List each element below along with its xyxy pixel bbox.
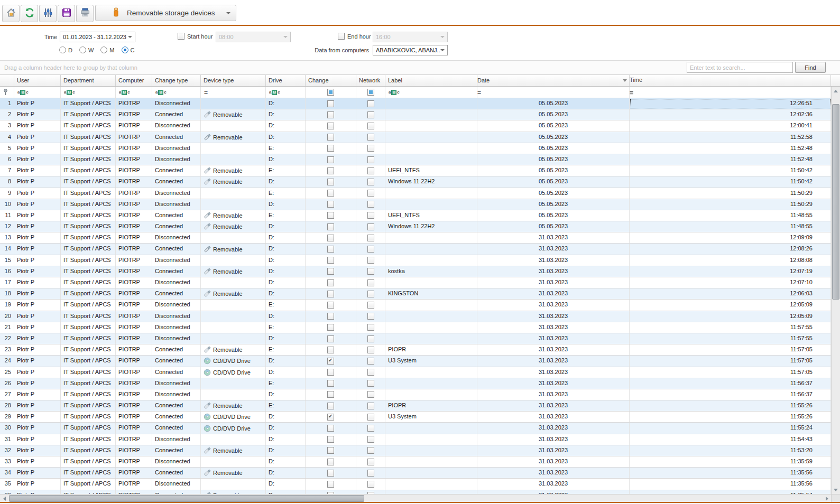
cell-department[interactable]: IT Support / APCS: [61, 490, 116, 494]
cell-change-type[interactable]: Disconnected: [152, 120, 201, 131]
cell-user[interactable]: Piotr P: [14, 199, 61, 210]
cell-department[interactable]: IT Support / APCS: [61, 445, 116, 456]
cell-network[interactable]: [356, 277, 385, 288]
cell-label[interactable]: [385, 255, 477, 266]
column-header-user[interactable]: User: [14, 75, 61, 86]
cell-network[interactable]: [356, 389, 385, 400]
column-header-indicator[interactable]: [0, 75, 14, 86]
cell-time[interactable]: 11:57:55: [630, 322, 831, 333]
cell-label[interactable]: UEFI_NTFS: [385, 165, 477, 176]
cell-device-type[interactable]: [201, 311, 266, 322]
cell-date[interactable]: 31.03.2023: [477, 232, 630, 243]
cell-change-type[interactable]: Connected: [152, 344, 201, 355]
cell-time[interactable]: 12:06:03: [630, 288, 831, 299]
cell-user[interactable]: Piotr P: [14, 176, 61, 187]
cell-label[interactable]: [385, 311, 477, 322]
cell-device-type[interactable]: [201, 255, 266, 266]
filter-cell-5[interactable]: =: [201, 87, 266, 98]
cell-change-type[interactable]: Disconnected: [152, 154, 201, 165]
cell-change-type[interactable]: Connected: [152, 367, 201, 378]
cell-device-type[interactable]: Removable: [201, 244, 266, 254]
cell-date[interactable]: 05.05.2023: [477, 143, 630, 154]
cell-department[interactable]: IT Support / APCS: [61, 210, 116, 221]
cell-drive[interactable]: E:: [266, 210, 306, 221]
checkbox[interactable]: [327, 459, 334, 465]
cell-department[interactable]: IT Support / APCS: [61, 311, 116, 322]
checkbox[interactable]: [327, 156, 334, 163]
cell-change[interactable]: [306, 244, 356, 254]
cell-drive[interactable]: D:: [266, 120, 306, 131]
cell-device-type[interactable]: [201, 389, 266, 400]
cell-user[interactable]: Piotr P: [14, 456, 61, 467]
cell-change[interactable]: [306, 255, 356, 266]
checkbox[interactable]: [327, 335, 334, 342]
checkbox[interactable]: [367, 100, 374, 107]
cell-date[interactable]: 31.03.2023: [477, 445, 630, 456]
cell-drive[interactable]: D:: [266, 109, 306, 120]
cell-department[interactable]: IT Support / APCS: [61, 176, 116, 187]
cell-change[interactable]: [306, 165, 356, 176]
checkbox[interactable]: [327, 134, 334, 141]
cell-label[interactable]: [385, 132, 477, 143]
cell-network[interactable]: [356, 490, 385, 494]
cell-user[interactable]: Piotr P: [14, 378, 61, 389]
table-row[interactable]: 9Piotr PIT Support / APCSPIOTRPDisconnec…: [0, 188, 831, 199]
cell-department[interactable]: IT Support / APCS: [61, 344, 116, 355]
cell-drive[interactable]: D:: [266, 389, 306, 400]
cell-network[interactable]: [356, 232, 385, 243]
cell-user[interactable]: Piotr P: [14, 143, 61, 154]
cell-user[interactable]: Piotr P: [14, 120, 61, 131]
cell-time[interactable]: 12:07:19: [630, 266, 831, 277]
filter-cell-9[interactable]: aBc: [385, 87, 477, 98]
cell-computer[interactable]: PIOTRP: [116, 322, 152, 333]
cell-change[interactable]: [306, 109, 356, 120]
cell-computer[interactable]: PIOTRP: [116, 311, 152, 322]
cell-computer[interactable]: PIOTRP: [116, 423, 152, 433]
checkbox[interactable]: [367, 257, 374, 264]
table-row[interactable]: 4Piotr PIT Support / APCSPIOTRPConnected…: [0, 132, 831, 143]
checkbox[interactable]: [367, 425, 374, 432]
row-number[interactable]: 13: [0, 232, 14, 243]
checkbox[interactable]: [327, 369, 334, 376]
cell-date[interactable]: 31.03.2023: [477, 300, 630, 310]
row-number[interactable]: 23: [0, 344, 14, 355]
save-button[interactable]: [58, 5, 75, 22]
cell-device-type[interactable]: [201, 322, 266, 333]
cell-drive[interactable]: D:: [266, 266, 306, 277]
cell-label[interactable]: [385, 468, 477, 478]
indeterminate-checkbox[interactable]: [327, 89, 334, 96]
table-row[interactable]: 14Piotr PIT Support / APCSPIOTRPConnecte…: [0, 244, 831, 255]
cell-label[interactable]: [385, 434, 477, 445]
cell-change-type[interactable]: Connected: [152, 490, 201, 494]
cell-device-type[interactable]: Removable: [201, 490, 266, 494]
cell-department[interactable]: IT Support / APCS: [61, 356, 116, 366]
row-number[interactable]: 2: [0, 109, 14, 120]
cell-time[interactable]: 12:08:26: [630, 244, 831, 254]
row-number[interactable]: 5: [0, 143, 14, 154]
cell-computer[interactable]: PIOTRP: [116, 199, 152, 210]
cell-time[interactable]: 11:57:55: [630, 333, 831, 344]
cell-user[interactable]: Piotr P: [14, 412, 61, 422]
cell-change[interactable]: [306, 344, 356, 355]
indeterminate-checkbox[interactable]: [367, 89, 374, 96]
cell-label[interactable]: [385, 367, 477, 378]
checkbox[interactable]: [327, 223, 334, 230]
cell-network[interactable]: [356, 221, 385, 232]
cell-user[interactable]: Piotr P: [14, 389, 61, 400]
cell-change[interactable]: [306, 300, 356, 310]
cell-network[interactable]: [356, 445, 385, 456]
cell-change[interactable]: [306, 132, 356, 143]
cell-label[interactable]: U3 System: [385, 412, 477, 422]
cell-computer[interactable]: PIOTRP: [116, 356, 152, 366]
cell-drive[interactable]: D:: [266, 468, 306, 478]
cell-change[interactable]: [306, 400, 356, 411]
filter-cell-2[interactable]: aBc: [61, 87, 116, 98]
cell-device-type[interactable]: CD/DVD Drive: [201, 423, 266, 433]
cell-network[interactable]: [356, 311, 385, 322]
checkbox[interactable]: [367, 201, 374, 208]
cell-network[interactable]: [356, 154, 385, 165]
cell-change-type[interactable]: Disconnected: [152, 255, 201, 266]
cell-drive[interactable]: D:: [266, 479, 306, 489]
cell-date[interactable]: 31.03.2023: [477, 367, 630, 378]
cell-network[interactable]: [356, 188, 385, 199]
